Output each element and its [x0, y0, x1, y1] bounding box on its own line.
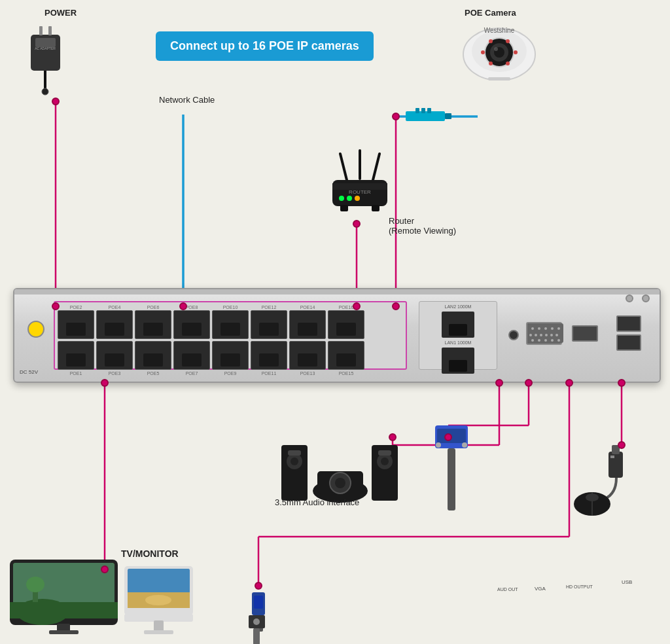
- poe-ports-top-row: POE2 POE4 POE6 POE8 POE10 POE12 POE14 PO…: [58, 305, 403, 339]
- svg-point-32: [489, 39, 493, 43]
- dot-power: [52, 98, 60, 105]
- usb-port-2: [616, 334, 641, 351]
- svg-point-63: [545, 334, 548, 336]
- svg-rect-39: [445, 113, 451, 119]
- svg-point-68: [544, 339, 547, 342]
- svg-point-48: [339, 196, 344, 201]
- dot-vga-monitor: [255, 582, 262, 590]
- svg-point-67: [538, 339, 540, 342]
- svg-point-86: [462, 442, 467, 448]
- poe-ports-bottom-row: POE1 POE3 POE5 POE7 POE9 POE11 POE13 POE…: [58, 341, 403, 376]
- svg-point-69: [551, 339, 554, 342]
- svg-point-50: [355, 196, 360, 201]
- svg-point-107: [145, 595, 171, 605]
- camera-icon: Westshine: [457, 18, 535, 77]
- svg-rect-40: [415, 108, 419, 113]
- svg-text:ROUTER: ROUTER: [349, 189, 371, 195]
- power-label: POWER: [44, 8, 77, 18]
- svg-rect-102: [49, 630, 79, 634]
- audio-port: [508, 330, 519, 340]
- lan2-port: [442, 312, 474, 338]
- dot-monitor-1: [101, 565, 109, 573]
- svg-rect-110: [144, 630, 173, 634]
- svg-point-33: [506, 39, 510, 43]
- dot-nvr-hdmi: [565, 379, 573, 387]
- hdmi-port: [572, 325, 598, 342]
- usb-ports-section: [616, 315, 641, 351]
- dot-nvr-power: [52, 302, 60, 310]
- svg-text:Westshine: Westshine: [484, 27, 515, 34]
- svg-rect-78: [288, 450, 301, 456]
- dc-power-port: [27, 321, 44, 338]
- dot-nvr-poe: [179, 302, 187, 310]
- network-cable-label: Network Cable: [159, 95, 215, 105]
- nvr-device: DC 52V POE2 POE4 POE6 POE8 POE10 POE12 P…: [13, 288, 661, 383]
- svg-rect-22: [39, 26, 43, 35]
- dot-nvr-lan2: [392, 302, 400, 310]
- svg-point-55: [531, 327, 534, 330]
- speaker-icon: [281, 425, 393, 504]
- svg-rect-100: [10, 602, 118, 618]
- svg-point-31: [514, 50, 518, 54]
- lan2-label: LAN2 1000M: [419, 304, 497, 309]
- svg-point-66: [531, 339, 534, 342]
- vga-label: VGA: [535, 586, 546, 592]
- coax-cable-icon: [245, 615, 268, 641]
- svg-point-61: [535, 334, 537, 336]
- svg-point-64: [550, 334, 553, 336]
- svg-rect-90: [610, 456, 614, 458]
- router-icon: ROUTER: [327, 147, 393, 219]
- lan1-port: [442, 348, 474, 374]
- svg-rect-37: [488, 77, 510, 80]
- dot-cable-connector: [392, 113, 400, 120]
- svg-point-57: [544, 327, 547, 330]
- router-label: Router (Remote Viewing): [389, 216, 456, 236]
- svg-point-62: [540, 334, 542, 336]
- svg-point-93: [586, 493, 599, 501]
- mouse-usb-icon: [569, 445, 628, 510]
- usb-label: USB: [622, 579, 632, 585]
- svg-line-43: [340, 154, 347, 180]
- svg-rect-18: [35, 38, 56, 47]
- vga-port: [526, 322, 562, 345]
- svg-point-81: [381, 457, 389, 465]
- svg-point-99: [26, 577, 44, 592]
- svg-point-21: [42, 88, 48, 95]
- dot-router: [353, 220, 361, 228]
- dc52v-label: DC 52V: [20, 369, 38, 375]
- svg-point-49: [347, 196, 352, 201]
- svg-point-85: [436, 442, 441, 448]
- svg-point-74: [335, 478, 345, 488]
- poe-camera-label: POE Camera: [465, 8, 516, 18]
- tv-monitor-label: TV/MONITOR: [121, 548, 179, 559]
- svg-rect-23: [48, 26, 52, 35]
- dot-nvr-left: [101, 379, 109, 387]
- dot-nvr-lan: [353, 302, 361, 310]
- svg-point-35: [506, 62, 510, 65]
- svg-text:AC ADAPTER: AC ADAPTER: [35, 46, 56, 50]
- usb-port-1: [616, 315, 641, 332]
- dot-speaker: [389, 433, 397, 441]
- svg-rect-82: [378, 450, 391, 456]
- svg-rect-38: [406, 111, 445, 121]
- svg-rect-41: [421, 108, 425, 113]
- svg-point-29: [494, 47, 498, 51]
- ethernet-plug-icon: [406, 108, 451, 127]
- dot-usb-device: [618, 441, 626, 449]
- svg-rect-112: [254, 596, 263, 609]
- svg-rect-87: [448, 448, 455, 510]
- svg-point-77: [291, 457, 298, 465]
- dot-nvr-vga: [525, 379, 533, 387]
- lan-ports-section: LAN2 1000M LAN1 1000M: [419, 301, 497, 370]
- svg-rect-42: [427, 108, 431, 113]
- svg-point-34: [489, 62, 493, 65]
- diagram-container: POWER AC ADAPTER Network Cable Connect u…: [0, 0, 670, 644]
- power-adapter-icon: AC ADAPTER: [21, 18, 73, 90]
- audio-35mm-label: 3.5mm Audio interface: [275, 497, 359, 507]
- audio-label: AUD OUT: [497, 587, 518, 592]
- poe-ports-section: POE2 POE4 POE6 POE8 POE10 POE12 POE14 PO…: [54, 301, 407, 370]
- svg-point-59: [557, 327, 560, 330]
- lan1-label: LAN1 1000M: [419, 340, 497, 345]
- dot-vga-cable: [444, 433, 452, 441]
- svg-point-65: [555, 334, 558, 336]
